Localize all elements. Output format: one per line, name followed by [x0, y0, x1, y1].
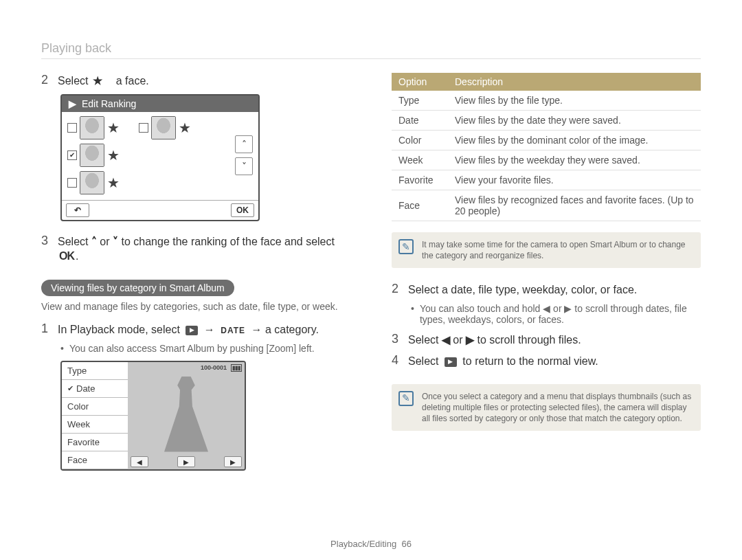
ok-icon: OK	[59, 250, 74, 262]
text: Select	[408, 334, 442, 346]
step-2-select-date: 2 Select a date, ﬁle type, weekday, colo…	[392, 282, 701, 298]
face-entry[interactable]: ★ ★	[67, 116, 231, 139]
playback-icon: ▶	[186, 326, 198, 335]
checkbox[interactable]	[67, 178, 77, 188]
bullet-text: You can also access Smart Album by pushi…	[60, 343, 350, 354]
up-chevron-icon: ˄	[91, 235, 97, 249]
rank-star-icon: ★	[107, 175, 120, 191]
edit-ranking-header: ▶ Edit Ranking	[62, 96, 258, 112]
category-menu: Type Date Color Week Favorite Face	[62, 362, 128, 469]
date-label-icon: DATE	[221, 326, 245, 335]
rank-down-button[interactable]: ˅	[235, 157, 253, 175]
back-button[interactable]: ↶	[66, 203, 89, 217]
face-thumbnail	[80, 144, 104, 167]
checkbox[interactable]	[67, 123, 77, 133]
battery-icon: ▮▮▮	[231, 364, 242, 372]
text: to scroll through ﬁles.	[474, 334, 581, 346]
bullet-text: You can also touch and hold ◀ or ▶ to sc…	[411, 303, 701, 325]
text: to change the ranking of the face and se…	[118, 236, 335, 247]
note-box: ✎ Once you select a category and a menu …	[392, 384, 701, 432]
option-table: Option Description TypeView files by the…	[392, 73, 701, 221]
step-number: 4	[392, 353, 401, 368]
right-arrow-icon: →	[204, 323, 215, 337]
table-row: FaceView files by recognized faces and f…	[392, 190, 701, 221]
text: Select	[408, 355, 442, 367]
footer-section: Playback/Editing	[330, 539, 396, 549]
rank-star-icon: ★	[107, 147, 120, 164]
face-thumbnail	[80, 116, 104, 139]
category-item-color[interactable]: Color	[62, 398, 128, 416]
page-footer: Playback/Editing 66	[0, 539, 742, 549]
step-text: Select ★ a face.	[58, 73, 149, 89]
category-item-favorite[interactable]: Favorite	[62, 434, 128, 451]
text: Select	[58, 75, 88, 87]
info-icon: ✎	[398, 391, 414, 406]
category-item-week[interactable]: Week	[62, 416, 128, 434]
screen-title: Edit Ranking	[82, 98, 136, 109]
step-number: 3	[392, 332, 401, 346]
down-chevron-icon: ˅	[113, 235, 118, 249]
left-column: 2 Select ★ a face. ▶ Edit Ranking ★	[41, 73, 350, 471]
text: a face.	[116, 75, 149, 87]
table-row: DateView files by the date they were sav…	[392, 111, 701, 131]
step-text: Select a date, ﬁle type, weekday, color,…	[408, 282, 637, 298]
section-description: View and manage files by categories, suc…	[41, 300, 350, 313]
col-header-description: Description	[448, 73, 701, 91]
step-3-scroll-files: 3 Select ◀ or ▶ to scroll through ﬁles.	[392, 332, 701, 348]
face-thumbnail	[151, 116, 176, 139]
text: .	[76, 250, 78, 262]
step-2-select-face: 2 Select ★ a face.	[41, 73, 350, 89]
text: or	[97, 236, 113, 247]
right-column: Option Description TypeView files by the…	[392, 73, 701, 471]
play-icon: ▶	[69, 98, 76, 109]
step-number: 2	[392, 282, 401, 296]
step-3-change-ranking: 3 Select ˄ or ˅ to change the ranking of…	[41, 234, 350, 264]
step-number: 3	[41, 234, 51, 248]
playback-icon: ▶	[445, 357, 457, 367]
face-entry[interactable]: ★	[67, 171, 231, 194]
step-text: In Playback mode, select ▶ → DATE → a ca…	[58, 322, 319, 337]
note-text: It may take some time for the camera to …	[422, 240, 686, 260]
left-arrow-icon: ◀	[442, 333, 450, 348]
scroll-right-button[interactable]: ▶	[224, 456, 242, 467]
note-box: ✎ It may take some time for the camera t…	[392, 232, 701, 268]
scroll-left-button[interactable]: ◀	[131, 456, 148, 467]
rank-star-icon: ★	[107, 120, 120, 136]
step-text: Select ▶ to return to the normal view.	[408, 353, 598, 369]
page-section-title: Playing back	[41, 41, 701, 59]
ok-button[interactable]: OK	[231, 203, 254, 217]
category-item-face[interactable]: Face	[62, 451, 128, 469]
text: a category.	[265, 324, 319, 335]
edit-ranking-screen: ▶ Edit Ranking ★ ★ ✔	[60, 94, 260, 221]
step-1-playback-category: 1 In Playback mode, select ▶ → DATE → a …	[41, 322, 350, 337]
rank-star-icon: ★	[179, 120, 191, 136]
step-number: 2	[41, 73, 51, 87]
face-entry[interactable]: ✔ ★	[67, 144, 231, 167]
rank-up-button[interactable]: ˄	[235, 135, 253, 153]
info-icon: ✎	[398, 239, 414, 254]
right-arrow-icon: ▶	[466, 333, 474, 348]
table-row: TypeView files by the file type.	[392, 91, 701, 111]
step-text: Select ◀ or ▶ to scroll through ﬁles.	[408, 332, 581, 348]
smart-album-screen: Type Date Color Week Favorite Face 100-0…	[60, 361, 246, 471]
star-person-icon: ★	[93, 74, 102, 89]
text: In Playback mode, select	[58, 324, 180, 335]
checkbox[interactable]	[139, 123, 148, 133]
face-thumbnail	[80, 171, 104, 194]
col-header-option: Option	[392, 73, 448, 91]
step-number: 1	[41, 322, 51, 336]
text: Select	[58, 236, 91, 247]
text: or	[450, 334, 466, 346]
checkbox[interactable]: ✔	[67, 150, 77, 160]
step-text: Select ˄ or ˅ to change the ranking of t…	[58, 234, 350, 264]
right-arrow-icon: →	[251, 323, 262, 337]
table-row: FavoriteView your favorite files.	[392, 170, 701, 190]
play-button[interactable]: ▶	[177, 456, 195, 467]
step-4-return-normal: 4 Select ▶ to return to the normal view.	[392, 353, 701, 369]
category-item-type[interactable]: Type	[62, 362, 128, 380]
footer-page-number: 66	[401, 539, 411, 549]
category-item-date[interactable]: Date	[62, 380, 128, 398]
note-text: Once you select a category and a menu th…	[422, 392, 691, 423]
table-row: ColorView files by the dominant color of…	[392, 131, 701, 150]
preview-image	[128, 374, 245, 454]
